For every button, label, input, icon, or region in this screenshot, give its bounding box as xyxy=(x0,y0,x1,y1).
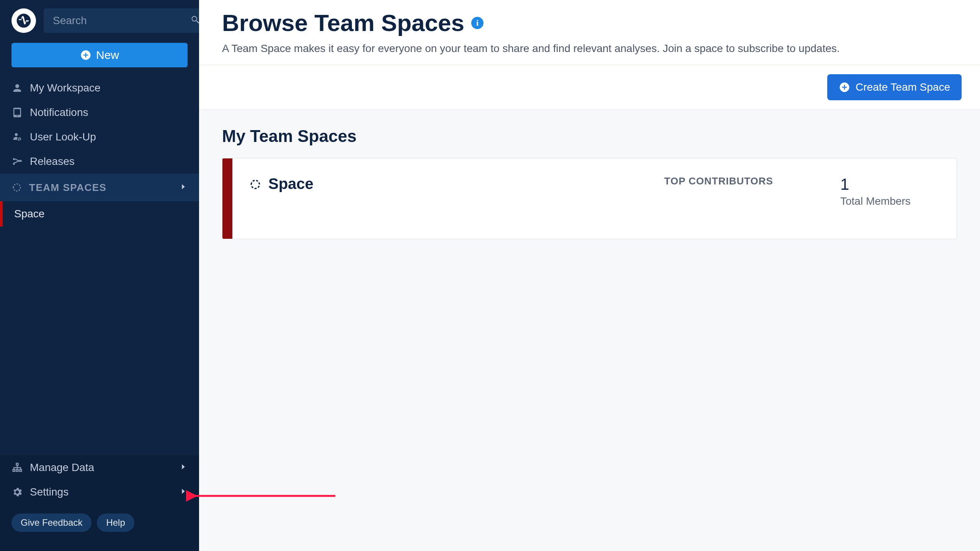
sidebar-section-team-spaces[interactable]: TEAM SPACES xyxy=(0,174,199,201)
space-icon xyxy=(249,178,261,191)
page-title: Browse Team Spaces xyxy=(222,9,464,36)
amplitude-logo-icon xyxy=(15,12,32,29)
sidebar: New My Workspace Notifications User Look… xyxy=(0,0,199,551)
team-space-card[interactable]: Space TOP CONTRIBUTORS 1 Total Members xyxy=(222,158,957,239)
sidebar-item-label: Manage Data xyxy=(30,461,94,474)
svg-point-2 xyxy=(20,160,22,162)
plus-circle-icon xyxy=(839,82,850,93)
give-feedback-button[interactable]: Give Feedback xyxy=(11,514,91,532)
page-header: Browse Team Spaces i A Team Space makes … xyxy=(199,0,980,65)
sidebar-top xyxy=(0,0,199,39)
gear-icon xyxy=(11,486,23,498)
content: My Team Spaces Space TOP CONTRIBUTORS 1 … xyxy=(199,110,980,551)
card-accent xyxy=(222,158,232,239)
person-icon xyxy=(11,82,23,94)
svg-point-1 xyxy=(13,163,15,165)
sidebar-item-my-workspace[interactable]: My Workspace xyxy=(0,76,199,100)
sidebar-item-settings[interactable]: Settings xyxy=(0,480,199,504)
chevron-right-icon xyxy=(179,182,188,194)
sidebar-item-label: Notifications xyxy=(30,106,88,119)
new-button-label: New xyxy=(96,49,119,62)
help-button[interactable]: Help xyxy=(97,514,134,532)
sidebar-subitem-label: Space xyxy=(14,208,44,220)
bottom-pills: Give Feedback Help xyxy=(0,504,199,532)
sidebar-item-label: User Look-Up xyxy=(30,131,96,143)
sidebar-item-label: My Workspace xyxy=(30,82,101,94)
create-button-label: Create Team Space xyxy=(856,81,950,93)
info-icon[interactable]: i xyxy=(471,17,483,29)
page-subtitle: A Team Space makes it easy for everyone … xyxy=(222,42,957,55)
user-search-icon xyxy=(11,131,23,143)
app-logo[interactable] xyxy=(11,8,36,33)
member-count: 1 xyxy=(840,175,940,194)
sidebar-item-label: Settings xyxy=(30,486,69,498)
team-spaces-icon xyxy=(11,182,22,193)
toolbar: Create Team Space xyxy=(199,65,980,110)
section-title: My Team Spaces xyxy=(222,127,957,146)
main: Browse Team Spaces i A Team Space makes … xyxy=(199,0,980,551)
sidebar-bottom: Manage Data Settings Give Feedback Help xyxy=(0,455,199,551)
search-input[interactable] xyxy=(53,15,190,27)
top-contributors-label: TOP CONTRIBUTORS xyxy=(664,175,840,187)
member-label: Total Members xyxy=(840,195,940,207)
sidebar-item-label: Releases xyxy=(30,155,75,168)
new-button[interactable]: New xyxy=(11,43,188,67)
sidebar-item-manage-data[interactable]: Manage Data xyxy=(0,455,199,480)
chevron-right-icon xyxy=(179,486,188,498)
space-name: Space xyxy=(268,175,314,192)
sidebar-item-releases[interactable]: Releases xyxy=(0,149,199,174)
create-team-space-button[interactable]: Create Team Space xyxy=(827,74,962,100)
sidebar-subitem-space[interactable]: Space xyxy=(0,201,199,227)
nav-list: My Workspace Notifications User Look-Up … xyxy=(0,76,199,174)
sidebar-section-label: TEAM SPACES xyxy=(29,182,106,194)
chevron-right-icon xyxy=(179,461,188,474)
search-box[interactable] xyxy=(44,8,210,33)
sidebar-item-notifications[interactable]: Notifications xyxy=(0,100,199,125)
tablet-icon xyxy=(11,107,23,118)
releases-icon xyxy=(11,156,23,167)
sitemap-icon xyxy=(11,462,23,473)
sidebar-item-user-lookup[interactable]: User Look-Up xyxy=(0,125,199,149)
plus-circle-icon xyxy=(80,49,91,61)
